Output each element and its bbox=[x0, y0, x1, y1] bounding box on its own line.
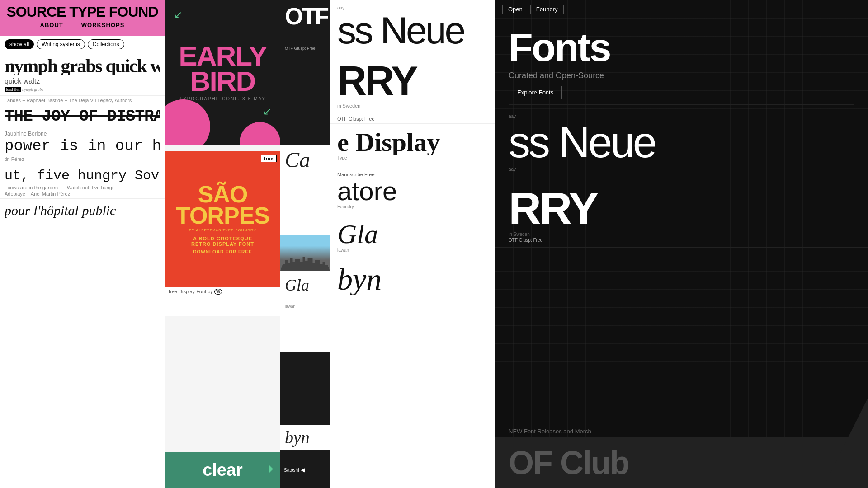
sao-torpes-title: SÃO TORPES bbox=[174, 184, 271, 226]
font-sample-hopital: pour l'hôpital public bbox=[0, 199, 165, 221]
satoshi-label: Satoshi bbox=[284, 468, 299, 473]
byn-text: byn bbox=[285, 429, 326, 446]
display-font-text: e Display bbox=[337, 129, 487, 155]
font-small-nymph: quick waltz bbox=[5, 77, 160, 85]
early-bird-title: EARLY BIRD bbox=[165, 43, 280, 94]
font-credit-jauphine: Jauphine Borione bbox=[5, 131, 160, 137]
ss-neue-dark-bottom: aay bbox=[509, 167, 854, 172]
font-credit-nymph: Landes + Raphaël Bastide + The Deja Vu L… bbox=[0, 96, 165, 104]
free-display-font-label: free Display Font by W bbox=[165, 287, 280, 296]
of-club-title: OF Club bbox=[509, 446, 854, 479]
new-releases-label: NEW Font Releases and Merch bbox=[495, 423, 868, 437]
svg-marker-0 bbox=[269, 465, 273, 473]
panel-dark-fonts: Open Foundry Fonts Curated and Open-Sour… bbox=[495, 0, 868, 488]
ss-neue-display: ss Neue bbox=[337, 11, 487, 49]
entry-display[interactable]: e Display Type bbox=[330, 124, 495, 166]
script-ca-letter: Ca bbox=[285, 149, 326, 171]
panel-font-cards: ↙ EARLY BIRD TYPOGRAPHE CONF. 3-5 MAY ↙ … bbox=[165, 0, 330, 488]
early-bird-content: ↙ EARLY BIRD TYPOGRAPHE CONF. 3-5 MAY ↙ bbox=[165, 0, 280, 145]
hero-title: Fonts bbox=[495, 19, 868, 67]
entry-arry[interactable]: RRY in Sweden bbox=[330, 55, 495, 114]
nav-workshops[interactable]: WORKSHOPS bbox=[81, 22, 125, 28]
font-sample-soviet: ut, five hungry Soviet-c t-cows are in t… bbox=[0, 164, 165, 199]
ss-neue-dark-tiny: aay bbox=[509, 114, 854, 119]
font-small-soviet2: Watch out, five hungr bbox=[67, 185, 114, 190]
display-sub-label: Type bbox=[337, 155, 487, 160]
satoshi-card[interactable]: Satoshi ◀ bbox=[280, 452, 330, 488]
arrow-right-icon bbox=[266, 464, 277, 474]
arry-dark-origin: in Sweden bbox=[509, 232, 854, 237]
manuscribe-foundry: Foundry bbox=[337, 204, 487, 209]
otf-glusp-label: OTF Glusp: Free bbox=[337, 116, 487, 122]
city-skyline-shape bbox=[280, 253, 330, 271]
entry-byn[interactable]: byn bbox=[330, 258, 495, 300]
ss-neue-section: aay ss Neue aay bbox=[495, 105, 868, 181]
script-ca-card: Ca bbox=[280, 145, 330, 235]
of-club-section: NEW Font Releases and Merch OF Club bbox=[495, 423, 868, 488]
card-sao-torpes[interactable]: true SÃO TORPES BY ALERTEXAS TYPE FOUNDR… bbox=[165, 151, 280, 316]
site-title: SOURCE TYPE FOUND bbox=[0, 5, 165, 19]
city-skyline-image bbox=[280, 235, 330, 271]
otf-free-label: OTF Glusp: Free bbox=[285, 46, 326, 51]
entry-gla[interactable]: Gla iawan bbox=[330, 215, 495, 258]
font-author-jauphine: tin Pérez bbox=[5, 156, 160, 162]
arry-free-label: OTF Glusp: Free bbox=[509, 238, 854, 243]
entry-manuscribe[interactable]: Manuscribe Free atore Foundry bbox=[330, 166, 495, 215]
card-clear[interactable]: clear bbox=[165, 452, 280, 488]
script-bottom-card: Gla iawan bbox=[280, 271, 330, 352]
panel-font-listing: aay ss Neue RRY in Sweden OTF Glusp: Fre… bbox=[330, 0, 495, 488]
sao-torpes-desc1: A BOLD GROTESQUE RETRO DISPLAY FONT bbox=[191, 236, 254, 247]
panel-2-right-column: OTF OTF Glusp: Free Ca Gla iawan byn Sat… bbox=[280, 0, 330, 488]
circle-decoration-2 bbox=[240, 122, 280, 145]
script-bottom-letter: Gla bbox=[285, 276, 326, 295]
arrow-bottomright-icon: ↙ bbox=[263, 106, 271, 117]
font-display-distract: THE JOY OF DISTRACT bbox=[5, 108, 160, 125]
arry-section: RRY in Sweden OTF Glusp: Free bbox=[495, 181, 868, 248]
satoshi-arrow-icon: ◀ bbox=[301, 467, 305, 473]
filter-writing-systems[interactable]: Writing systems bbox=[37, 39, 85, 49]
nav-about[interactable]: ABOUT bbox=[40, 22, 63, 28]
gla-display: Gla bbox=[337, 221, 487, 248]
foundry-button[interactable]: Foundry bbox=[530, 5, 564, 14]
card-early-bird[interactable]: ↙ EARLY BIRD TYPOGRAPHE CONF. 3-5 MAY ↙ bbox=[165, 0, 280, 145]
otf-title: OTF bbox=[285, 5, 326, 28]
main-nav: ABOUT WORKSHOPS bbox=[0, 19, 165, 31]
sao-torpes-by: BY ALERTEXAS TYPE FOUNDRY bbox=[189, 228, 256, 232]
otf-card: OTF OTF Glusp: Free bbox=[280, 0, 330, 145]
explore-fonts-button[interactable]: Explore Fonts bbox=[509, 86, 562, 99]
panel-source-type-foundry: SOURCE TYPE FOUND ABOUT WORKSHOPS show a… bbox=[0, 0, 165, 488]
font-display-hopital: pour l'hôpital public bbox=[5, 202, 160, 219]
city-image-card bbox=[280, 235, 330, 271]
otf-free-entry: OTF Glusp: Free bbox=[330, 114, 495, 124]
ss-neue-tiny-label: aay bbox=[337, 5, 487, 10]
open-button[interactable]: Open bbox=[502, 5, 528, 14]
arry-display: RRY bbox=[337, 61, 487, 101]
of-club-banner[interactable]: OF Club bbox=[495, 437, 868, 488]
font-small-soviet1: t-cows are in the garden bbox=[5, 185, 58, 190]
byn-card: byn bbox=[280, 425, 330, 450]
iawan-label: iawan bbox=[337, 248, 487, 253]
ss-neue-dark-display: ss Neue bbox=[509, 121, 854, 164]
font-sample-distract: THE JOY OF DISTRACT bbox=[0, 104, 165, 127]
top-action-bar: Open Foundry bbox=[495, 0, 868, 19]
manuscribe-label: Manuscribe Free bbox=[337, 172, 487, 177]
panel-dark-content: Open Foundry Fonts Curated and Open-Sour… bbox=[495, 0, 868, 248]
promoted-badge: true bbox=[261, 155, 277, 162]
font-list: nymph grabs quick w quick waltz load fie… bbox=[0, 53, 165, 221]
manuscribe-display: atore bbox=[337, 178, 487, 204]
arry-origin: in Sweden bbox=[337, 103, 487, 108]
byn-display: byn bbox=[337, 264, 487, 295]
sao-torpes-visual: SÃO TORPES BY ALERTEXAS TYPE FOUNDRY A B… bbox=[165, 151, 280, 287]
filter-bar: show all Writing systems Collections bbox=[0, 36, 165, 53]
arrow-topleft-icon: ↙ bbox=[174, 9, 182, 21]
header-banner: SOURCE TYPE FOUND ABOUT WORKSHOPS bbox=[0, 0, 165, 36]
filter-collections[interactable]: Collections bbox=[88, 39, 124, 49]
font-display-nymph: nymph grabs quick w bbox=[5, 56, 160, 75]
font-sample-jauphine: Jauphine Borione power is in our hand ti… bbox=[0, 127, 165, 164]
script-bottom-sub: iawan bbox=[285, 304, 326, 309]
arry-dark-display: RRY bbox=[509, 186, 854, 231]
sao-download-label: DOWNLOAD FOR FREE bbox=[193, 249, 252, 254]
entry-ss-neue[interactable]: aay ss Neue bbox=[330, 0, 495, 55]
clear-title: clear bbox=[203, 460, 243, 480]
filter-show-all[interactable]: show all bbox=[5, 39, 34, 49]
